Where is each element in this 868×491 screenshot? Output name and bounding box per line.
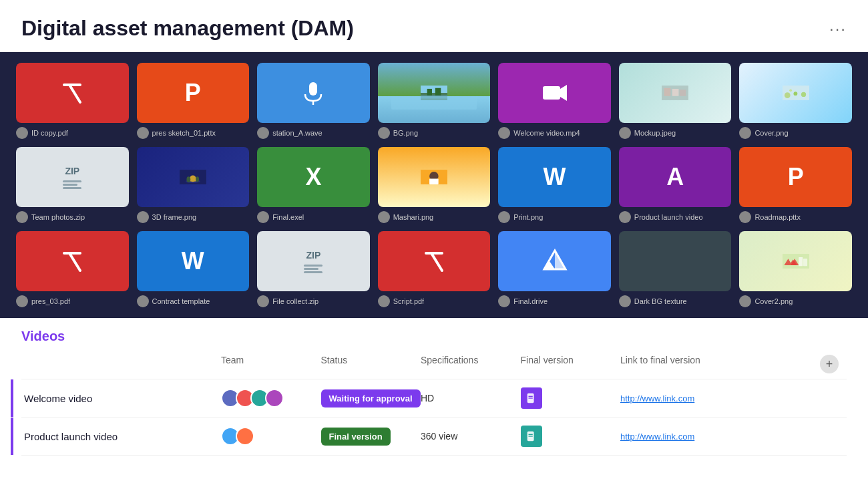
asset-item-final-drive[interactable]: Final.drive [498, 231, 611, 307]
file-icon[interactable] [521, 426, 542, 447]
header: Digital asset management (DAM) ··· [0, 0, 868, 52]
asset-thumb-final-drive[interactable] [498, 231, 611, 291]
add-row-button[interactable]: + [820, 355, 839, 373]
asset-label-product-launch: Product launch video [619, 211, 732, 223]
asset-thumb-file-collect-zip[interactable]: ZIP [257, 231, 370, 291]
filename: 3D frame.png [152, 213, 197, 221]
link-to-final[interactable]: http://www.link.com [620, 393, 694, 403]
asset-label-mashari-png: Mashari.png [378, 211, 491, 223]
lake-photo [421, 79, 447, 106]
avatar [619, 127, 631, 139]
menu-button[interactable]: ··· [829, 19, 847, 38]
asset-thumb-team-photos-zip[interactable]: ZIP [16, 147, 129, 207]
col-status: Status [321, 355, 421, 373]
document-icon [525, 392, 537, 404]
asset-label-final-drive: Final.drive [498, 295, 611, 307]
word-icon: W [182, 247, 204, 275]
pdf-icon [59, 79, 85, 106]
asset-label-script-pdf: Script.pdf [378, 295, 491, 307]
avatar [16, 127, 28, 139]
filename: Roadmap.pttx [754, 213, 800, 221]
asset-item-product-launch[interactable]: AProduct launch video [619, 147, 732, 223]
asset-item-bg-png[interactable]: BG.png [378, 63, 491, 139]
asset-thumb-product-launch[interactable]: A [619, 147, 732, 207]
asset-item-final-exel[interactable]: XFinal.exel [257, 147, 370, 223]
table-row: Product launch videoFinal version360 vie… [21, 418, 847, 456]
cover-photo [783, 79, 809, 106]
asset-label-print-png: Print.png [498, 211, 611, 223]
file-icon[interactable] [521, 387, 542, 409]
asset-thumb-print-png[interactable]: W [498, 147, 611, 207]
filename: Team photos.zip [31, 213, 85, 221]
filename: File collect.zip [272, 297, 318, 305]
asset-label-team-photos-zip: Team photos.zip [16, 211, 129, 223]
filename: Final.exel [272, 213, 304, 221]
status-badge: Waiting for approval [321, 389, 421, 407]
asset-item-dark-bg-texture[interactable]: Dark BG texture [619, 231, 732, 307]
asset-thumb-bg-png[interactable] [378, 63, 491, 123]
asset-item-cover-png[interactable]: Cover.png [739, 63, 852, 139]
asset-item-mockup-jpeg[interactable]: Mockup.jpeg [619, 63, 732, 139]
asset-thumb-cover2-png[interactable] [739, 231, 852, 291]
asset-thumb-pres-sketch[interactable]: P [137, 63, 250, 123]
asset-thumb-station-a[interactable] [257, 63, 370, 123]
row-spec: 360 view [421, 431, 521, 442]
svg-rect-10 [664, 88, 671, 96]
col-final: Final version [521, 355, 621, 373]
avatar [619, 211, 631, 223]
mockup-photo [662, 79, 688, 106]
asset-item-cover2-png[interactable]: Cover2.png [739, 231, 852, 307]
asset-thumb-roadmap-pttx[interactable]: P [739, 147, 852, 207]
asset-grid-section: ID copy.pdfPpres sketch_01.pttx station_… [0, 52, 868, 318]
svg-rect-32 [803, 259, 807, 266]
asset-item-script-pdf[interactable]: Script.pdf [378, 231, 491, 307]
mashari-photo [421, 164, 447, 190]
asset-thumb-final-exel[interactable]: X [257, 147, 370, 207]
link-to-final[interactable]: http://www.link.com [620, 432, 694, 442]
asset-item-welcome-video[interactable]: Welcome video.mp4 [498, 63, 611, 139]
svg-point-17 [789, 89, 792, 92]
asset-item-station-a[interactable]: station_A.wave [257, 63, 370, 139]
asset-label-contract-template: Contract template [137, 295, 250, 307]
asset-thumb-3d-frame-png[interactable] [137, 147, 250, 207]
svg-rect-11 [672, 89, 679, 96]
asset-item-mashari-png[interactable]: Mashari.png [378, 147, 491, 223]
filename: BG.png [393, 129, 418, 137]
asset-item-3d-frame-png[interactable]: 3D frame.png [137, 147, 250, 223]
svg-point-16 [801, 92, 806, 97]
asset-item-pres-03-pdf[interactable]: pres_03.pdf [16, 231, 129, 307]
asset-item-file-collect-zip[interactable]: ZIP File collect.zip [257, 231, 370, 307]
asset-thumb-mashari-png[interactable] [378, 147, 491, 207]
filename: ID copy.pdf [31, 129, 68, 137]
asset-thumb-pres-03-pdf[interactable] [16, 231, 129, 291]
avatar [257, 211, 269, 223]
table-header: Team Status Specifications Final version… [21, 352, 847, 379]
asset-thumb-contract-template[interactable]: W [137, 231, 250, 291]
svg-rect-12 [680, 90, 686, 96]
asset-item-print-png[interactable]: WPrint.png [498, 147, 611, 223]
asset-thumb-mockup-jpeg[interactable] [619, 63, 732, 123]
asset-item-roadmap-pttx[interactable]: PRoadmap.pttx [739, 147, 852, 223]
avatar [137, 211, 149, 223]
video-icon [541, 79, 568, 106]
avatar [378, 127, 390, 139]
pdf-icon [421, 248, 447, 275]
asset-thumb-script-pdf[interactable] [378, 231, 491, 291]
avatar [16, 211, 28, 223]
filename: Dark BG texture [634, 297, 687, 305]
asset-item-pres-sketch[interactable]: Ppres sketch_01.pttx [137, 63, 250, 139]
col-add: + [820, 355, 847, 373]
asset-thumb-cover-png[interactable] [739, 63, 852, 123]
asset-label-pres-03-pdf: pres_03.pdf [16, 295, 129, 307]
asset-thumb-welcome-video[interactable] [498, 63, 611, 123]
avatar [498, 295, 510, 307]
avatar [498, 211, 510, 223]
asset-item-id-copy-pdf[interactable]: ID copy.pdf [16, 63, 129, 139]
asset-thumb-id-copy-pdf[interactable] [16, 63, 129, 123]
row-title: Product launch video [21, 431, 221, 442]
asset-item-team-photos-zip[interactable]: ZIP Team photos.zip [16, 147, 129, 223]
asset-item-contract-template[interactable]: WContract template [137, 231, 250, 307]
asset-thumb-dark-bg-texture[interactable] [619, 231, 732, 291]
asset-label-cover2-png: Cover2.png [739, 295, 852, 307]
filename: Cover2.png [754, 297, 793, 305]
